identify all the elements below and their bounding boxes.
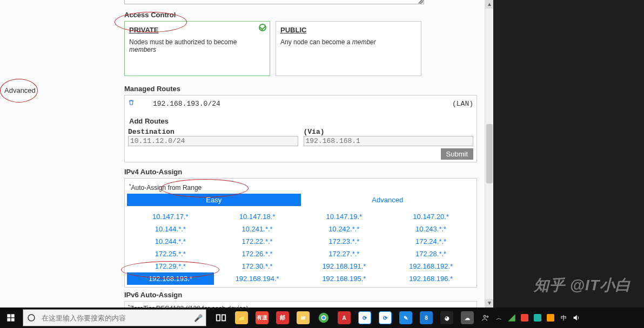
range-option[interactable]: 172.27.*.* [301, 248, 388, 260]
managed-routes-title: Managed Routes [124, 85, 477, 93]
submit-button[interactable]: Submit [441, 148, 473, 160]
tray-icon-orange[interactable] [545, 309, 556, 327]
advanced-sidebar-label[interactable]: Advanced [4, 86, 36, 94]
system-tray: ︿ 中 [478, 308, 585, 328]
tray-icon-green[interactable] [506, 309, 518, 327]
svg-point-9 [322, 316, 325, 319]
range-option[interactable]: 192.168.194.* [214, 272, 301, 285]
tray-ime-icon[interactable]: 中 [558, 309, 569, 327]
check-icon [259, 24, 266, 31]
content: Access Control PRIVATE Nodes must be aut… [124, 0, 493, 308]
add-routes-title: Add Routes [129, 117, 472, 125]
chrome-icon[interactable] [313, 308, 334, 328]
range-option[interactable]: 10.147.19.* [301, 210, 388, 223]
range-option[interactable]: 10.144.*.* [127, 223, 214, 235]
access-control-legend: Access Control [124, 11, 477, 19]
range-option[interactable]: 172.28.*.* [387, 248, 474, 260]
scroll-down-arrow[interactable]: ▼ [485, 299, 494, 308]
svg-rect-6 [222, 315, 225, 321]
range-option[interactable]: 172.22.*.* [214, 235, 301, 248]
destination-input[interactable] [128, 136, 298, 146]
browser-viewport: Access Control PRIVATE Nodes must be aut… [0, 0, 493, 308]
file-explorer-icon[interactable]: 📁 [231, 308, 252, 328]
range-option[interactable]: 172.26.*.* [214, 248, 301, 260]
vertical-scrollbar[interactable]: ▲ ▼ [485, 0, 493, 308]
range-option[interactable]: 192.168.195.* [301, 272, 388, 285]
auto-assign-label: *Auto-Assign from Range [127, 181, 474, 194]
app-icon-o2[interactable]: ⟳ [375, 308, 395, 328]
tab-easy[interactable]: Easy [127, 194, 301, 206]
range-option[interactable]: 172.30.*.* [214, 260, 301, 272]
tray-expand-icon[interactable]: ︿ [493, 309, 505, 327]
trash-icon[interactable] [128, 99, 136, 108]
ipv6-box: *ZeroTier RFC4193 (/128 for each device) [124, 301, 477, 308]
range-option[interactable]: 192.168.196.* [387, 272, 474, 285]
route-row: 192.168.193.0/24 (LAN) [128, 98, 473, 115]
windows-taskbar: 🎤 📁 有道 邮 ✉ A ⟳ ⟳ ✎ 8 ◕ ☁ ︿ 中 [0, 308, 644, 328]
private-title: PRIVATE [129, 26, 265, 34]
svg-point-11 [487, 316, 488, 318]
scroll-up-arrow[interactable]: ▲ [485, 0, 494, 9]
scroll-thumb[interactable] [486, 124, 493, 183]
range-option[interactable]: 10.241.*.* [214, 223, 301, 235]
access-private-card[interactable]: PRIVATE Nodes must be authorized to beco… [124, 21, 270, 76]
managed-routes-box: 192.168.193.0/24 (LAN) Add Routes Destin… [124, 95, 477, 162]
app-icon-mail[interactable]: ✉ [293, 308, 313, 328]
watermark: 知乎 @IT小白 [534, 275, 631, 296]
public-desc: Any node can become a member [280, 38, 417, 46]
right-dark-panel [493, 0, 644, 308]
svg-point-4 [28, 315, 35, 321]
range-option[interactable]: 172.24.*.* [387, 235, 474, 248]
app-icon-red1[interactable]: 有道 [252, 308, 272, 328]
svg-rect-3 [11, 318, 15, 322]
route-tag: (LAN) [452, 100, 473, 108]
tray-icon-teal[interactable] [532, 309, 544, 327]
range-grid: 10.147.17.*10.147.18.*10.147.19.*10.147.… [127, 210, 474, 285]
range-option[interactable]: 10.147.17.* [127, 210, 214, 223]
route-cidr: 192.168.193.0/24 [153, 100, 220, 108]
ipv4-box: *Auto-Assign from Range Easy Advanced 10… [124, 178, 477, 288]
range-option[interactable]: 172.23.*.* [301, 235, 388, 248]
tab-advanced[interactable]: Advanced [301, 194, 475, 206]
svg-point-10 [484, 315, 486, 317]
mic-icon[interactable]: 🎤 [191, 314, 206, 322]
range-option[interactable]: 10.242.*.* [301, 223, 388, 235]
range-option[interactable]: 192.168.191.* [301, 260, 388, 272]
svg-rect-5 [217, 315, 220, 321]
ipv6-title: IPv6 Auto-Assign [124, 291, 477, 299]
svg-rect-0 [7, 314, 10, 317]
tray-volume-icon[interactable] [571, 309, 582, 327]
pdf-icon[interactable]: A [334, 308, 354, 328]
app-icon-gray[interactable]: ☁ [457, 308, 478, 328]
app-icon-o1[interactable]: ⟳ [354, 308, 375, 328]
app-icon-blue1[interactable]: ✎ [395, 308, 416, 328]
range-option[interactable]: 10.147.20.* [387, 210, 474, 223]
description-textarea[interactable] [124, 0, 424, 4]
start-button[interactable] [0, 308, 22, 328]
range-option[interactable]: 10.147.18.* [214, 210, 301, 223]
access-public-card[interactable]: PUBLIC Any node can become a member [276, 21, 421, 76]
dest-label: Destination [128, 128, 175, 136]
app-icon-blue2[interactable]: 8 [416, 308, 437, 328]
via-input[interactable] [304, 136, 474, 146]
ipv4-title: IPv4 Auto-Assign [124, 168, 477, 176]
ipv6-rfc-row: *ZeroTier RFC4193 (/128 for each device) [128, 304, 473, 308]
tray-icon-red[interactable] [519, 309, 531, 327]
range-option[interactable]: 172.29.*.* [127, 260, 214, 272]
tray-people-icon[interactable] [480, 309, 492, 327]
taskbar-search-input[interactable] [39, 314, 191, 322]
range-option[interactable]: 192.168.193.* [127, 272, 214, 285]
task-icons: 📁 有道 邮 ✉ A ⟳ ⟳ ✎ 8 ◕ ☁ [211, 308, 478, 328]
range-option[interactable]: 10.243.*.* [387, 223, 474, 235]
access-control-fieldset: Access Control PRIVATE Nodes must be aut… [124, 8, 477, 76]
steam-icon[interactable]: ◕ [437, 308, 457, 328]
app-icon-red2[interactable]: 邮 [272, 308, 293, 328]
public-title: PUBLIC [280, 26, 417, 34]
task-view-icon[interactable] [211, 308, 231, 328]
range-option[interactable]: 10.244.*.* [127, 235, 214, 248]
range-option[interactable]: 172.25.*.* [127, 248, 214, 260]
taskbar-search[interactable]: 🎤 [23, 309, 206, 326]
range-option[interactable]: 192.168.192.* [387, 260, 474, 272]
via-label: (Via) [304, 128, 325, 136]
cortana-icon[interactable] [23, 310, 39, 326]
